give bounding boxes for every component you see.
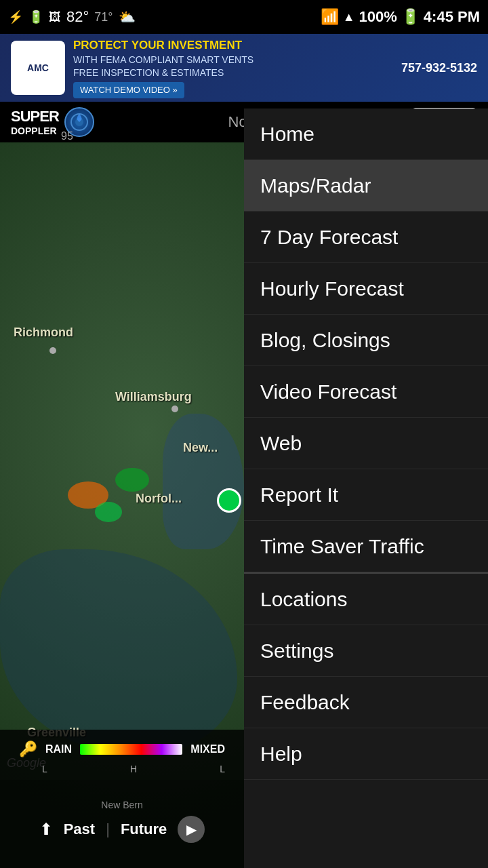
menu-item-help[interactable]: Help (244, 728, 488, 780)
weather-icon: ⛅ (119, 9, 136, 25)
menu-item-feedback[interactable]: Feedback (244, 677, 488, 728)
share-icon[interactable]: ⬆ (39, 820, 53, 839)
menu-item-time-saver-traffic[interactable]: Time Saver Traffic (244, 521, 488, 572)
battery-icon: 🔋 (401, 8, 420, 26)
ad-text: PROTECT YOUR INVESTMENT WITH FEMA COMPLI… (73, 37, 393, 98)
menu-item-settings[interactable]: Settings (244, 625, 488, 677)
image-icon: 🖼 (49, 10, 61, 24)
new-bern-label: New Bern (0, 800, 244, 810)
legend-gradient-bar (80, 744, 182, 755)
logo-doppler: DOPPLER (11, 125, 59, 136)
rain-label: RAIN (45, 743, 72, 755)
status-bar: ⚡ 🔋 🖼 82° 71° ⛅ 📶 ▲ 100% 🔋 4:45 PM (0, 0, 488, 34)
menu-item-label-video-forecast: Video Forecast (260, 380, 396, 403)
menu-item-web[interactable]: Web (244, 418, 488, 469)
bottom-nav: New Bern ⬆ Past | Future ▶ (0, 780, 244, 868)
ad-banner[interactable]: AMC PROTECT YOUR INVESTMENT WITH FEMA CO… (0, 34, 488, 102)
menu-item-locations[interactable]: Locations (244, 574, 488, 625)
usb-icon: ⚡ (8, 9, 23, 24)
wifi-icon: 📶 (321, 8, 339, 26)
temperature-display: 82° (66, 8, 89, 26)
time-controls[interactable]: ⬆ Past | Future ▶ (0, 810, 244, 848)
location-marker-norfolk (217, 488, 241, 513)
ad-offer: FREE INSPECTION & ESTIMATES (73, 66, 393, 80)
temp-low-display: 71° (94, 10, 113, 24)
map-label-norfolk: Norfol... (136, 492, 182, 506)
status-left: ⚡ 🔋 🖼 82° 71° ⛅ (8, 8, 136, 26)
legend-area: 🔑 RAIN MIXED L H L (0, 730, 244, 780)
menu-item-report-it[interactable]: Report It (244, 469, 488, 521)
ad-headline: PROTECT YOUR INVESTMENT (73, 37, 393, 54)
menu-item-label-feedback: Feedback (260, 691, 350, 714)
logo-text: SUPER DOPPLER (11, 108, 59, 136)
menu-item-blog-closings[interactable]: Blog, Closings (244, 315, 488, 366)
ad-cta[interactable]: WATCH DEMO VIDEO » (73, 82, 184, 98)
map-label-newport: New... (183, 441, 218, 455)
logo-area: SUPER DOPPLER 95 (11, 107, 94, 137)
scale-h: H (130, 764, 137, 774)
radar-blob-3 (115, 468, 149, 492)
battery-small-icon: 🔋 (28, 9, 43, 24)
past-button[interactable]: Past (64, 821, 95, 838)
menu-item-maps-radar[interactable]: Maps/Radar (244, 160, 488, 212)
menu-item-label-help: Help (260, 743, 302, 766)
water-body (163, 414, 244, 549)
play-button[interactable]: ▶ (178, 816, 205, 843)
menu-item-label-web: Web (260, 432, 302, 455)
menu-item-video-forecast[interactable]: Video Forecast (244, 366, 488, 418)
menu-item-7-day-forecast[interactable]: 7 Day Forecast (244, 212, 488, 263)
menu-item-label-hourly-forecast: Hourly Forecast (260, 277, 404, 300)
menu-item-label-7-day-forecast: 7 Day Forecast (260, 226, 398, 249)
logo-number: 95 (61, 130, 73, 142)
menu-item-label-blog-closings: Blog, Closings (260, 329, 390, 352)
map-dot-richmond (49, 347, 56, 354)
menu-item-label-time-saver-traffic: Time Saver Traffic (260, 535, 424, 558)
menu-item-label-maps-radar: Maps/Radar (260, 174, 371, 197)
rain-legend: 🔑 RAIN MIXED (8, 735, 236, 764)
scale-l1: L (42, 764, 47, 774)
map-label-williamsburg: Williamsburg (115, 390, 192, 404)
future-button[interactable]: Future (121, 821, 167, 838)
ad-phone: 757-932-5132 (401, 61, 477, 75)
status-right: 📶 ▲ 100% 🔋 4:45 PM (321, 8, 480, 26)
menu-item-label-home: Home (260, 123, 314, 146)
battery-percent: 100% (359, 8, 397, 26)
legend-scale: L H L (8, 764, 236, 774)
scale-l2: L (220, 764, 225, 774)
key-icon: 🔑 (19, 741, 37, 758)
time-divider: | (106, 821, 110, 838)
menu-item-label-report-it: Report It (260, 484, 338, 507)
radar-blob-2 (95, 502, 122, 522)
water-body-2 (0, 549, 237, 753)
ad-subline: WITH FEMA COMPLIANT SMART VENTS (73, 54, 393, 67)
map-dot-williamsburg (171, 406, 178, 412)
ad-logo: AMC (11, 41, 65, 95)
menu-item-label-locations: Locations (260, 588, 347, 611)
dropdown-menu: HomeMaps/Radar7 Day ForecastHourly Forec… (244, 108, 488, 868)
logo-super: SUPER (11, 108, 59, 125)
menu-item-label-settings: Settings (260, 639, 333, 663)
clock: 4:45 PM (424, 8, 480, 26)
signal-icon: ▲ (343, 10, 355, 24)
menu-item-hourly-forecast[interactable]: Hourly Forecast (244, 263, 488, 315)
mixed-label: MIXED (190, 743, 225, 755)
menu-item-home[interactable]: Home (244, 108, 488, 160)
map-label-richmond: Richmond (14, 326, 73, 340)
